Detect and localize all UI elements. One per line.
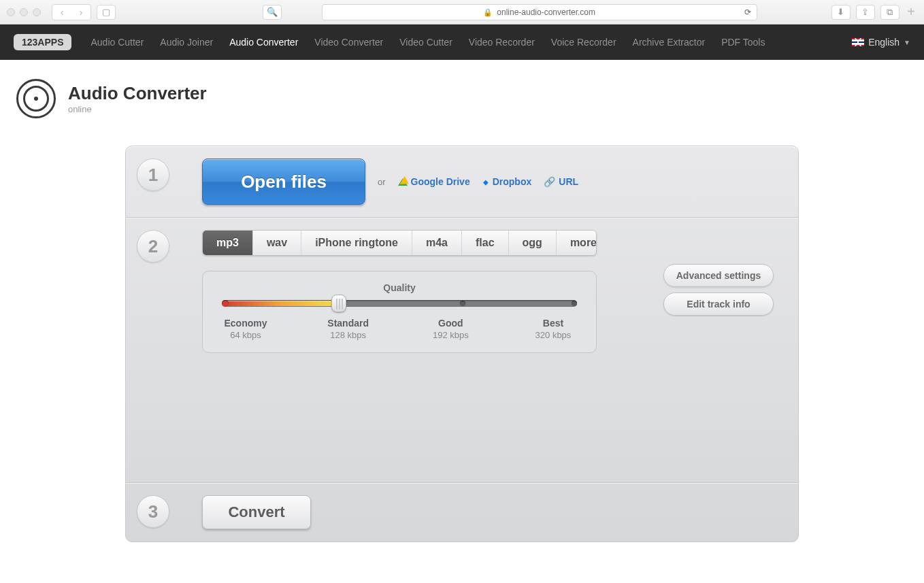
reload-icon[interactable]: ⟳: [744, 7, 751, 17]
quality-mark: Standard128 kbps: [325, 318, 372, 340]
quality-mark: Best320 kbps: [529, 318, 577, 340]
page-title: Audio Converter: [68, 83, 207, 104]
format-tab-wav[interactable]: wav: [253, 231, 301, 255]
tabs-icon[interactable]: ⧉: [880, 5, 900, 20]
language-switcher[interactable]: English ▼: [852, 37, 910, 48]
browser-chrome: ‹ › ▢ 🔍 online-audio-converter.com ⟳ ⬇ ⇪…: [0, 0, 924, 24]
slider-mark: [572, 301, 577, 306]
format-tabs: mp3waviPhone ringtonem4aflacoggmore: [202, 230, 597, 256]
step-number: 1: [137, 159, 169, 191]
nav-back-forward[interactable]: ‹ ›: [52, 4, 91, 20]
quality-label: Quality: [222, 282, 577, 293]
chevron-down-icon: ▼: [904, 39, 910, 46]
converter-panel: 1 Open files or Google Drive ⬥ Dropbox 🔗…: [125, 146, 799, 542]
format-tab-m4a[interactable]: m4a: [412, 231, 462, 255]
top-nav: 123APPS Audio CutterAudio JoinerAudio Co…: [0, 24, 924, 60]
nav-video-cutter[interactable]: Video Cutter: [399, 37, 452, 48]
new-tab-icon[interactable]: +: [905, 4, 917, 20]
page-subtitle: online: [68, 104, 207, 114]
sidebar-toggle-icon[interactable]: ▢: [97, 5, 116, 20]
dropbox-link[interactable]: ⬥ Dropbox: [482, 176, 532, 188]
link-icon: 🔗: [544, 176, 555, 187]
open-files-button[interactable]: Open files: [202, 159, 365, 205]
forward-button[interactable]: ›: [71, 5, 90, 20]
back-button[interactable]: ‹: [52, 5, 71, 20]
or-label: or: [378, 177, 386, 187]
convert-button[interactable]: Convert: [202, 495, 311, 529]
traffic-lights: [7, 8, 41, 16]
address-bar[interactable]: online-audio-converter.com ⟳: [322, 4, 757, 20]
nav-archive-extractor[interactable]: Archive Extractor: [633, 37, 706, 48]
quality-mark: Good192 kbps: [427, 318, 474, 340]
search-icon[interactable]: 🔍: [263, 5, 282, 20]
disc-icon: [16, 79, 56, 118]
google-drive-icon: [398, 178, 408, 186]
nav-audio-cutter[interactable]: Audio Cutter: [90, 37, 144, 48]
share-icon[interactable]: ⇪: [856, 5, 875, 20]
advanced-settings-button[interactable]: Advanced settings: [663, 264, 774, 287]
format-tab-mp3[interactable]: mp3: [203, 231, 253, 255]
page-heading: Audio Converter online: [0, 60, 924, 125]
quality-slider[interactable]: [222, 300, 577, 307]
nav-voice-recorder[interactable]: Voice Recorder: [551, 37, 616, 48]
format-tab-flac[interactable]: flac: [462, 231, 509, 255]
nav-pdf-tools[interactable]: PDF Tools: [721, 37, 765, 48]
step-2: 2 mp3waviPhone ringtonem4aflacoggmore Qu…: [126, 217, 798, 482]
format-tab-iPhone-ringtone[interactable]: iPhone ringtone: [301, 231, 412, 255]
nav-audio-converter[interactable]: Audio Converter: [229, 37, 298, 48]
logo[interactable]: 123APPS: [14, 34, 71, 50]
language-label: English: [868, 37, 900, 48]
downloads-icon[interactable]: ⬇: [831, 5, 851, 20]
address-text: online-audio-converter.com: [497, 7, 595, 17]
nav-video-converter[interactable]: Video Converter: [314, 37, 383, 48]
edit-track-info-button[interactable]: Edit track info: [663, 293, 774, 316]
dropbox-icon: ⬥: [482, 176, 489, 188]
nav-audio-joiner[interactable]: Audio Joiner: [160, 37, 213, 48]
url-link[interactable]: 🔗 URL: [544, 176, 578, 187]
slider-handle[interactable]: [331, 295, 346, 312]
slider-mark: [460, 301, 465, 306]
step-3: 3 Convert: [126, 482, 798, 542]
nav-video-recorder[interactable]: Video Recorder: [469, 37, 535, 48]
format-tab-ogg[interactable]: ogg: [509, 231, 557, 255]
quality-box: Quality Economy64 kbpsStandard128 kbpsGo…: [202, 271, 597, 353]
flag-icon: [852, 38, 864, 46]
step-number: 2: [137, 230, 169, 263]
slider-mark: [222, 300, 229, 307]
lock-icon: [483, 7, 493, 17]
slider-fill: [222, 301, 340, 306]
step-1: 1 Open files or Google Drive ⬥ Dropbox 🔗…: [126, 146, 798, 217]
format-tab-more[interactable]: more: [557, 231, 597, 255]
step-number: 3: [137, 495, 169, 528]
google-drive-link[interactable]: Google Drive: [398, 176, 470, 187]
quality-mark: Economy64 kbps: [222, 318, 269, 340]
